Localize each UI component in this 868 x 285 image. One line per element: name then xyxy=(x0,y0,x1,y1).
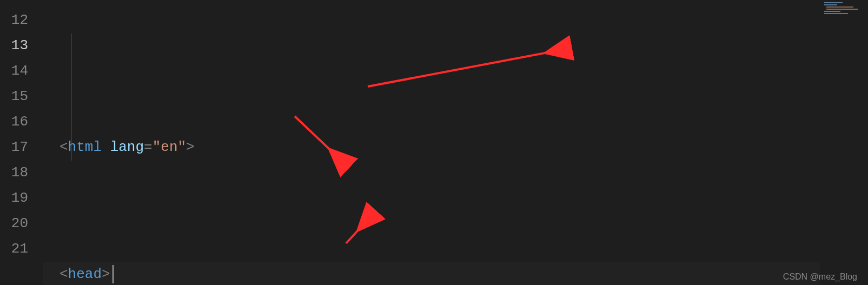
code-line[interactable]: <html lang="en"> xyxy=(43,135,820,160)
line-number-gutter: 12 13 14 15 16 17 18 19 20 21 xyxy=(0,0,43,285)
line-number: 12 xyxy=(0,8,28,33)
watermark: CSDN @mez_Blog xyxy=(783,272,857,282)
line-number: 21 xyxy=(0,236,28,262)
minimap[interactable] xyxy=(820,0,868,285)
line-number: 13 xyxy=(0,33,28,58)
line-number: 15 xyxy=(0,84,28,109)
line-number: 16 xyxy=(0,109,28,135)
code-area[interactable]: <html lang="en"> <head> <meta charset="U… xyxy=(43,0,820,285)
line-number: 18 xyxy=(0,160,28,185)
text-cursor xyxy=(112,265,114,283)
line-number: 14 xyxy=(0,58,28,84)
code-line-active[interactable]: <head> xyxy=(43,262,820,285)
line-number: 19 xyxy=(0,185,28,211)
line-number: 20 xyxy=(0,211,28,236)
line-number: 17 xyxy=(0,135,28,160)
code-editor[interactable]: 12 13 14 15 16 17 18 19 20 21 <html lang… xyxy=(0,0,820,285)
